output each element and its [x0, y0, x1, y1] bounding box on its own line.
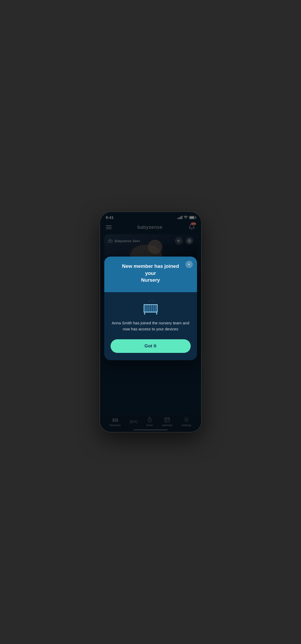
svg-rect-6: [144, 312, 158, 313]
nursery-crib-icon: [141, 299, 160, 315]
svg-rect-14: [144, 313, 145, 315]
phone-frame: 9:41: [100, 212, 202, 432]
svg-rect-13: [144, 306, 157, 312]
modal-body: Anna Smith has joined the nursery team a…: [104, 292, 197, 360]
modal-message: Anna Smith has joined the nursery team a…: [111, 320, 191, 332]
modal-header: × New member has joined yourNursery: [104, 257, 197, 292]
modal-title: New member has joined yourNursery: [117, 263, 184, 284]
svg-rect-15: [156, 313, 157, 315]
phone-screen: 9:41: [100, 212, 201, 432]
modal-close-button[interactable]: ×: [185, 261, 193, 268]
got-it-button[interactable]: Got It: [111, 339, 191, 353]
modal-overlay: × New member has joined yourNursery: [100, 212, 201, 432]
modal-card: × New member has joined yourNursery: [104, 257, 197, 360]
svg-rect-5: [144, 304, 158, 305]
